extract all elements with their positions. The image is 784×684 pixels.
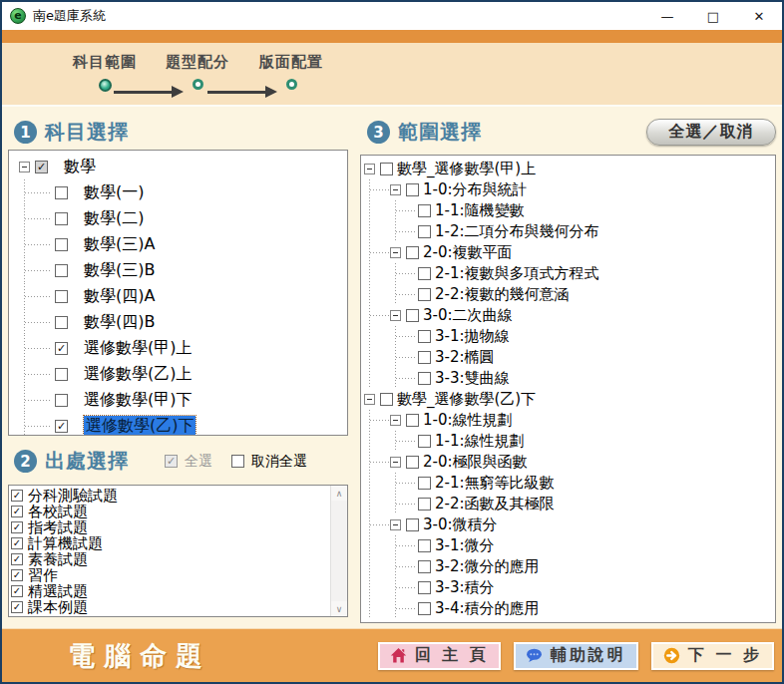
checkbox[interactable] xyxy=(418,581,431,594)
checkbox[interactable] xyxy=(418,288,431,301)
tree-collapse-icon[interactable] xyxy=(390,247,401,258)
list-item-label[interactable]: 計算機試題 xyxy=(28,535,103,551)
tree-node-label[interactable]: 2-2:複數的幾何意涵 xyxy=(435,285,570,304)
tree-node-label[interactable]: 數學(三)A xyxy=(84,234,155,255)
tree-node-label[interactable]: 2-1:複數與多項式方程式 xyxy=(435,264,599,283)
tree-node-label[interactable]: 3-1:拋物線 xyxy=(435,327,510,346)
tree-collapse-icon[interactable] xyxy=(390,519,401,530)
tree-collapse-icon[interactable] xyxy=(364,164,375,174)
checkbox[interactable] xyxy=(418,372,431,385)
tree-node-label[interactable]: 3-0:微積分 xyxy=(423,515,498,534)
checkbox[interactable]: ✓ xyxy=(55,420,68,433)
tree-node-label[interactable]: 1-0:分布與統計 xyxy=(423,180,528,199)
checkbox[interactable] xyxy=(406,309,419,322)
checkbox[interactable] xyxy=(418,477,431,490)
checkbox[interactable] xyxy=(406,183,419,196)
tree-node-label[interactable]: 2-2:函數及其極限 xyxy=(435,495,555,513)
tree-node-label[interactable]: 數學(四)A xyxy=(84,286,155,307)
checkbox[interactable] xyxy=(55,238,68,251)
tree-node-label[interactable]: 2-0:複數平面 xyxy=(423,243,513,262)
scrollbar[interactable]: ∧ ∨ xyxy=(330,486,347,616)
checkbox[interactable] xyxy=(418,351,431,364)
tree-node-label[interactable]: 1-0:線性規劃 xyxy=(423,411,513,430)
tree-node-label[interactable]: 1-2:二項分布與幾何分布 xyxy=(435,222,599,241)
tree-node-label[interactable]: 選修數學(乙)上 xyxy=(84,364,192,385)
checkbox[interactable]: ✓ xyxy=(55,342,68,355)
list-item-label[interactable]: 精選試題 xyxy=(28,583,88,599)
checkbox[interactable] xyxy=(380,163,393,175)
tree-node-label[interactable]: 3-3:積分 xyxy=(435,578,495,597)
checkbox[interactable]: ✓ xyxy=(11,569,23,581)
checkbox[interactable] xyxy=(55,290,68,303)
checkbox[interactable]: ✓ xyxy=(11,553,23,565)
list-item-label[interactable]: 各校試題 xyxy=(28,504,88,519)
tree-collapse-icon[interactable] xyxy=(390,184,401,195)
checkbox[interactable] xyxy=(418,204,431,217)
tree-node-label[interactable]: 數學 xyxy=(64,157,96,177)
checkbox[interactable] xyxy=(55,316,68,329)
checkbox[interactable] xyxy=(418,498,431,511)
checkbox[interactable] xyxy=(418,560,431,573)
tree-node-label[interactable]: 選修數學(甲)上 xyxy=(84,338,192,359)
checkbox[interactable] xyxy=(418,225,431,238)
tree-node-label[interactable]: 數學(四)B xyxy=(84,312,155,333)
tree-node-label[interactable]: 3-4:積分的應用 xyxy=(435,599,540,618)
list-item-label[interactable]: 分科測驗試題 xyxy=(28,488,118,504)
tree-collapse-icon[interactable] xyxy=(19,162,30,172)
checkbox[interactable] xyxy=(55,394,68,407)
tree-node-label[interactable]: 3-3:雙曲線 xyxy=(435,369,510,388)
list-item-label[interactable]: 素養試題 xyxy=(28,551,88,567)
checkbox[interactable] xyxy=(55,264,68,277)
list-item-label[interactable]: 指考試題 xyxy=(28,519,88,535)
minimize-button[interactable]: — xyxy=(644,2,690,30)
select-all-checkbox[interactable]: ✓ xyxy=(165,455,178,468)
tree-node-label[interactable]: 數學_選修數學(甲)上 xyxy=(397,160,536,178)
checkbox[interactable] xyxy=(418,267,431,280)
tree-node-label[interactable]: 1-1:隨機變數 xyxy=(435,201,525,220)
checkbox[interactable] xyxy=(55,186,68,199)
help-button[interactable]: 輔助說明 xyxy=(514,642,638,670)
checkbox[interactable] xyxy=(418,330,431,343)
tree-node-label[interactable]: 數學_選修數學(乙)下 xyxy=(397,390,536,409)
tree-node-label[interactable]: 數學(二) xyxy=(84,208,144,229)
home-button[interactable]: 回 主 頁 xyxy=(378,642,501,670)
tree-node-label[interactable]: 3-1:微分 xyxy=(435,536,495,555)
checkbox[interactable] xyxy=(406,518,419,531)
checkbox[interactable]: ✓ xyxy=(11,490,23,502)
tree-node-label[interactable]: 3-2:微分的應用 xyxy=(435,557,540,576)
scroll-down-icon[interactable]: ∨ xyxy=(331,601,347,616)
tree-collapse-icon[interactable] xyxy=(390,457,401,468)
next-step-button[interactable]: 下 一 步 xyxy=(651,642,774,670)
checkbox[interactable] xyxy=(406,246,419,259)
checkbox[interactable]: ✓ xyxy=(35,161,48,173)
tree-node-label[interactable]: 2-1:無窮等比級數 xyxy=(435,474,555,493)
list-item-label[interactable]: 習作 xyxy=(28,567,58,583)
tree-node-label[interactable]: 選修數學(甲)下 xyxy=(84,390,192,411)
list-item-label[interactable]: 課本例題 xyxy=(28,599,88,615)
checkbox[interactable] xyxy=(55,368,68,381)
tree-node-label[interactable]: 3-2:橢圓 xyxy=(435,348,495,367)
tree-node-label[interactable]: 數學(一) xyxy=(84,182,144,203)
tree-collapse-icon[interactable] xyxy=(390,310,401,321)
tree-node-label[interactable]: 2-0:極限與函數 xyxy=(423,453,528,472)
tree-node-label[interactable]: 3-0:二次曲線 xyxy=(423,306,513,325)
checkbox[interactable]: ✓ xyxy=(11,506,23,517)
maximize-button[interactable]: □ xyxy=(690,2,736,30)
tree-node-label[interactable]: 數學(三)B xyxy=(84,260,155,281)
tree-collapse-icon[interactable] xyxy=(390,415,401,426)
checkbox[interactable]: ✓ xyxy=(11,585,23,597)
checkbox[interactable]: ✓ xyxy=(11,521,23,533)
close-button[interactable]: ✕ xyxy=(736,2,782,30)
clear-all-checkbox[interactable] xyxy=(231,455,244,468)
toggle-all-button[interactable]: 全選／取消 xyxy=(646,119,776,146)
scroll-up-icon[interactable]: ∧ xyxy=(331,486,347,501)
tree-collapse-icon[interactable] xyxy=(364,394,375,405)
checkbox[interactable] xyxy=(380,393,393,406)
checkbox[interactable] xyxy=(406,456,419,469)
checkbox[interactable] xyxy=(406,414,419,427)
checkbox[interactable] xyxy=(55,212,68,225)
checkbox[interactable]: ✓ xyxy=(11,601,23,613)
checkbox[interactable] xyxy=(418,435,431,448)
checkbox[interactable]: ✓ xyxy=(11,537,23,549)
checkbox[interactable] xyxy=(418,602,431,615)
